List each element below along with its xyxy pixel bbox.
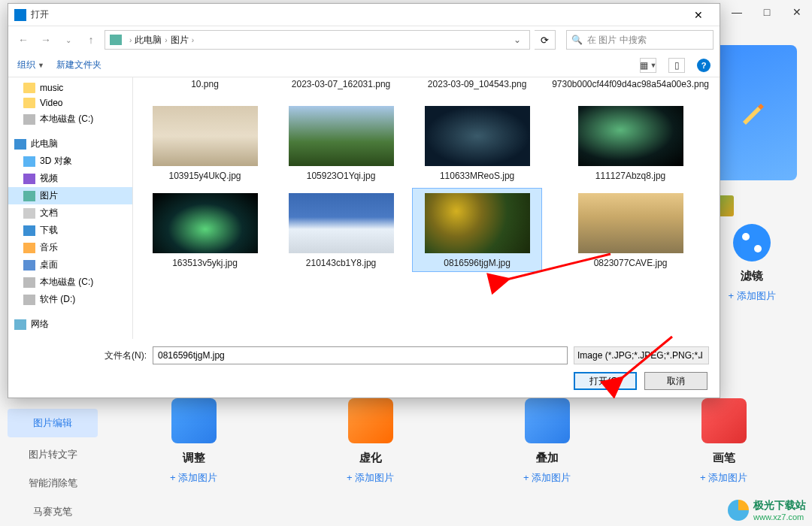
nav-back-button[interactable]: ← [14, 31, 32, 49]
breadcrumb-item[interactable]: 图片 [171, 34, 189, 47]
tree-item[interactable]: 网络 [8, 316, 132, 333]
nav-forward-button[interactable]: → [37, 31, 55, 49]
file-thumbnail [578, 106, 683, 166]
3d-icon [23, 156, 35, 167]
tool-card-brush: 画笔 + 添加图片 [650, 398, 797, 485]
bg-tool-grid: 调整 + 添加图片 虚化 + 添加图片 叠加 + 添加图片 画笔 + 添加图片 [120, 398, 797, 485]
tree-item[interactable]: 视频 [8, 170, 132, 187]
help-button[interactable]: ? [697, 59, 710, 72]
tree-item[interactable]: 软件 (D:) [8, 291, 132, 308]
app-icon [14, 9, 26, 21]
bg-minimize-button[interactable]: — [722, 0, 752, 24]
dialog-footer: 文件名(N): Image (*.JPG;*.JPEG;*.PNG;*.I 打开… [8, 339, 720, 398]
breadcrumb-item[interactable]: 此电脑 [135, 34, 162, 47]
nav-recent-dropdown[interactable]: ⌄ [59, 31, 77, 49]
tree-item-label: 3D 对象 [40, 155, 72, 168]
new-folder-button[interactable]: 新建文件夹 [56, 59, 102, 71]
file-grid[interactable]: 10.png2023-03-07_162031.png2023-03-09_10… [133, 77, 720, 339]
file-item[interactable]: 0816596tjgM.jpg [413, 189, 541, 271]
tree-item[interactable]: 本地磁盘 (C:) [8, 274, 132, 291]
file-item[interactable]: 111127Abzq8.jpg [549, 101, 712, 184]
watermark-url: www.xz7.com [753, 512, 806, 521]
tree-item[interactable]: Video [8, 95, 132, 110]
file-thumbnail [289, 106, 394, 166]
filename-input[interactable] [153, 346, 568, 364]
tool-add-link[interactable]: + 添加图片 [297, 471, 444, 485]
overlay-icon[interactable] [525, 398, 570, 443]
address-dropdown[interactable]: ⌄ [510, 35, 525, 45]
bg-right-thumbs [707, 195, 797, 216]
file-item[interactable]: 210143cb1Y8.jpg [277, 189, 405, 271]
file-item-label: 111127Abzq8.jpg [552, 171, 709, 181]
tree-item[interactable]: 音乐 [8, 239, 132, 256]
dialog-titlebar: 打开 ✕ [8, 4, 720, 26]
blur-icon[interactable] [348, 398, 393, 443]
sidebar-item-eraser[interactable]: 智能消除笔 [0, 469, 105, 497]
filetype-select[interactable]: Image (*.JPG;*.JPEG;*.PNG;*.I [574, 346, 709, 364]
file-item-label: 163513v5ykj.jpg [144, 258, 266, 268]
tree-item-label: 文档 [40, 207, 58, 219]
sidebar-item-ocr[interactable]: 图片转文字 [0, 440, 105, 469]
file-item-label[interactable]: 10.png [141, 77, 269, 97]
tool-add-link[interactable]: + 添加图片 [650, 471, 797, 485]
cancel-button[interactable]: 取消 [644, 372, 707, 390]
tree-item-label: 下载 [40, 224, 58, 237]
dialog-close-button[interactable]: ✕ [683, 5, 714, 26]
tool-add-link[interactable]: + 添加图片 [474, 471, 620, 485]
tool-add-link[interactable]: + 添加图片 [120, 471, 267, 485]
tree-item[interactable]: 下载 [8, 222, 132, 239]
filter-add-link[interactable]: + 添加图片 [707, 289, 797, 303]
tool-card-adjust: 调整 + 添加图片 [120, 398, 267, 485]
address-bar[interactable]: › 此电脑 › 图片 › ⌄ [105, 30, 530, 50]
file-item-label: 103915y4UkQ.jpg [144, 171, 266, 181]
file-item[interactable]: 105923O1Yqi.jpg [277, 101, 405, 184]
tree-item[interactable]: 此电脑 [8, 135, 132, 153]
tree-item[interactable]: 3D 对象 [8, 153, 132, 170]
video-icon [23, 174, 35, 184]
brush-icon[interactable] [701, 398, 747, 443]
bg-right-card[interactable] [707, 45, 797, 180]
adjust-icon[interactable] [171, 398, 217, 443]
bg-close-button[interactable]: ✕ [782, 0, 812, 24]
file-item[interactable]: 103915y4UkQ.jpg [141, 101, 269, 184]
bg-maximize-button[interactable]: □ [752, 0, 782, 24]
nav-tree[interactable]: musicVideo本地磁盘 (C:)此电脑3D 对象视频图片文档下载音乐桌面本… [8, 77, 133, 339]
watermark-name: 极光下载站 [753, 499, 806, 512]
dialog-title: 打开 [31, 8, 683, 21]
sidebar-item-edit[interactable]: 图片编辑 [8, 409, 98, 437]
dialog-body: musicVideo本地磁盘 (C:)此电脑3D 对象视频图片文档下载音乐桌面本… [8, 77, 720, 339]
file-item-label[interactable]: 9730b000cf44f09d4ac98a54a00e3.png [549, 77, 712, 97]
sidebar-item-mosaic[interactable]: 马赛克笔 [0, 497, 105, 526]
search-input[interactable]: 🔍 在 图片 中搜索 [566, 30, 714, 50]
music-icon [23, 243, 35, 253]
tree-item[interactable]: 桌面 [8, 256, 132, 274]
bg-sidebar: 图片编辑 图片转文字 智能消除笔 马赛克笔 [0, 406, 105, 526]
file-item-label: 210143cb1Y8.jpg [280, 258, 402, 268]
folder-icon [23, 98, 35, 108]
nav-up-button[interactable]: ↑ [82, 31, 100, 49]
tree-item[interactable]: 文档 [8, 204, 132, 222]
organize-menu[interactable]: 组织▼ [17, 59, 44, 71]
file-item-label[interactable]: 2023-03-09_104543.png [413, 77, 541, 97]
tree-item[interactable]: music [8, 80, 132, 95]
tree-item-label: 此电脑 [31, 138, 58, 150]
file-item[interactable]: 110633MReoS.jpg [413, 101, 541, 184]
file-item[interactable]: 0823077CAVE.jpg [549, 189, 712, 271]
filter-icon[interactable] [733, 224, 771, 261]
file-thumbnail [425, 193, 530, 253]
search-placeholder: 在 图片 中搜索 [587, 34, 647, 47]
preview-pane-button[interactable]: ▯ [668, 58, 685, 73]
disk-icon [23, 277, 35, 288]
tree-item[interactable]: 本地磁盘 (C:) [8, 110, 132, 128]
open-button[interactable]: 打开(O) [574, 372, 637, 390]
refresh-button[interactable]: ⟳ [535, 30, 556, 50]
tree-item-label: 视频 [40, 172, 58, 185]
watermark: 极光下载站 www.xz7.com [728, 499, 806, 521]
file-item[interactable]: 163513v5ykj.jpg [141, 189, 269, 271]
bg-right-panel: 滤镜 + 添加图片 [707, 45, 797, 303]
file-item-label[interactable]: 2023-03-07_162031.png [277, 77, 405, 97]
file-thumbnail [153, 106, 258, 166]
view-mode-button[interactable]: ▦▼ [640, 58, 656, 73]
tree-item[interactable]: 图片 [8, 187, 132, 204]
tool-title: 画笔 [650, 451, 797, 465]
